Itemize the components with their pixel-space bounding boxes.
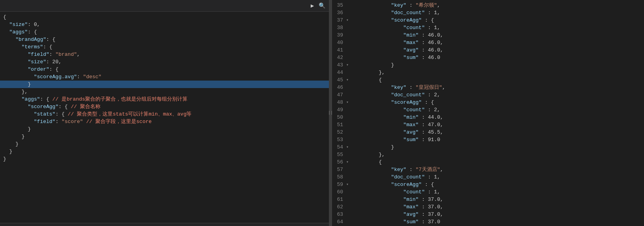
left-code-area: { "size": 0, "aggs": { "brandAgg": { "te… <box>0 12 329 223</box>
token: "希尔顿" <box>416 2 437 8</box>
line-number: 41 <box>332 46 346 54</box>
token: "size" <box>28 59 46 65</box>
token: } <box>28 126 31 132</box>
code-text: "key" : "7天酒店", <box>351 166 443 173</box>
token: } <box>391 144 394 150</box>
right-code-line: 55 }, <box>332 151 644 158</box>
left-header: ▶ 🔍 <box>0 0 329 12</box>
token: : 91.0 <box>419 137 440 143</box>
token: "max" <box>403 204 419 210</box>
token: : 1, <box>425 10 440 16</box>
token: "desc" <box>83 74 102 80</box>
left-code-line: "scoreAgg.avg": "desc" <box>0 73 329 81</box>
token: "brandAgg" <box>15 37 46 42</box>
token: : 46.0 <box>419 55 440 61</box>
code-text: "max" : 46.0, <box>351 39 443 46</box>
collapse-arrow[interactable] <box>346 2 351 9</box>
token: : 37.0, <box>419 211 443 217</box>
collapse-arrow[interactable] <box>346 54 351 61</box>
code-text: } <box>0 155 6 163</box>
line-number: 47 <box>332 91 346 99</box>
token: "scoreAgg.avg" <box>34 74 77 80</box>
right-code-line: 43▾ } <box>332 61 644 69</box>
panel-divider[interactable]: || <box>329 0 332 226</box>
code-text: "avg" : 46.0, <box>351 46 443 54</box>
run-icon[interactable]: ▶ <box>308 2 316 10</box>
collapse-arrow[interactable] <box>346 166 351 173</box>
code-text: "scoreAgg": { // 聚合名称 <box>0 103 100 110</box>
token: : 37.0, <box>419 204 443 210</box>
collapse-arrow[interactable]: ▾ <box>346 158 351 166</box>
token: : 37.0, <box>419 197 443 202</box>
collapse-arrow[interactable] <box>346 91 351 99</box>
token: : 1, <box>425 25 440 31</box>
code-text: } <box>0 81 31 88</box>
code-text: "terms": { <box>0 43 52 51</box>
collapse-arrow[interactable] <box>346 211 351 218</box>
code-text: "stats": { // 聚合类型，这里stats可以计算min、max、av… <box>0 110 191 118</box>
collapse-arrow[interactable] <box>346 203 351 211</box>
right-panel: 35 "key" : "希尔顿",36 "doc_count" : 1,37▾ … <box>332 0 644 226</box>
token: : 46.0, <box>419 47 443 53</box>
code-text: "brandAgg": { <box>0 36 56 43</box>
right-code-line: 50 "min" : 44.0, <box>332 114 644 121</box>
collapse-arrow[interactable] <box>346 218 351 226</box>
collapse-arrow[interactable] <box>346 129 351 136</box>
code-text: "order": { <box>0 66 58 73</box>
token: "sum" <box>403 55 419 61</box>
collapse-arrow[interactable] <box>346 121 351 129</box>
token: : { <box>40 96 52 102</box>
left-code-line: "stats": { // 聚合类型，这里stats可以计算min、max、av… <box>0 110 329 118</box>
collapse-arrow[interactable] <box>346 106 351 114</box>
left-code-line: "brandAgg": { <box>0 36 329 43</box>
token: "aggs" <box>22 96 40 102</box>
token: } <box>3 156 6 162</box>
token: }, <box>379 70 385 75</box>
token: { <box>3 14 6 20</box>
collapse-arrow[interactable]: ▾ <box>346 181 351 188</box>
line-number: 55 <box>332 151 346 158</box>
token: : { <box>49 66 58 72</box>
code-text: "sum" : 37.0 <box>351 218 440 226</box>
collapse-arrow[interactable] <box>346 31 351 39</box>
collapse-arrow[interactable] <box>346 39 351 46</box>
collapse-arrow[interactable] <box>346 9 351 17</box>
collapse-arrow[interactable] <box>346 84 351 91</box>
collapse-arrow[interactable] <box>346 24 351 31</box>
search-icon[interactable]: 🔍 <box>318 2 326 10</box>
collapse-arrow[interactable] <box>346 114 351 121</box>
token: } <box>9 149 13 154</box>
code-text: "aggs": { <box>0 28 37 36</box>
collapse-arrow[interactable] <box>346 46 351 54</box>
left-code-line: "scoreAgg": { // 聚合名称 <box>0 103 329 110</box>
collapse-arrow[interactable]: ▾ <box>346 143 351 151</box>
token: "key" <box>391 167 406 173</box>
left-code-line: "terms": { <box>0 43 329 51</box>
code-text: } <box>0 125 31 133</box>
left-scrollbar[interactable] <box>0 223 329 226</box>
collapse-arrow[interactable]: ▾ <box>346 61 351 69</box>
collapse-arrow[interactable] <box>346 69 351 76</box>
collapse-arrow[interactable]: ▾ <box>346 17 351 24</box>
token: : 47.0, <box>419 122 443 128</box>
left-code-line: } <box>0 148 329 155</box>
line-number: 59 <box>332 181 346 188</box>
line-number: 62 <box>332 203 346 211</box>
code-text: } <box>351 61 394 69</box>
collapse-arrow[interactable] <box>346 173 351 181</box>
left-code-line: } <box>0 140 329 148</box>
collapse-arrow[interactable] <box>346 136 351 143</box>
left-code-line: { <box>0 13 329 21</box>
code-text: "scoreAgg" : { <box>351 181 434 188</box>
code-text: "field": "brand", <box>0 51 80 58</box>
right-code-line: 61 "min" : 37.0, <box>332 196 644 203</box>
collapse-arrow[interactable] <box>346 151 351 158</box>
line-number: 36 <box>332 9 346 17</box>
line-number: 43 <box>332 61 346 69</box>
line-number: 38 <box>332 24 346 31</box>
collapse-arrow[interactable]: ▾ <box>346 99 351 106</box>
collapse-arrow[interactable] <box>346 188 351 196</box>
collapse-arrow[interactable]: ▾ <box>346 76 351 84</box>
right-code-line: 38 "count" : 1, <box>332 24 644 31</box>
collapse-arrow[interactable] <box>346 196 351 203</box>
